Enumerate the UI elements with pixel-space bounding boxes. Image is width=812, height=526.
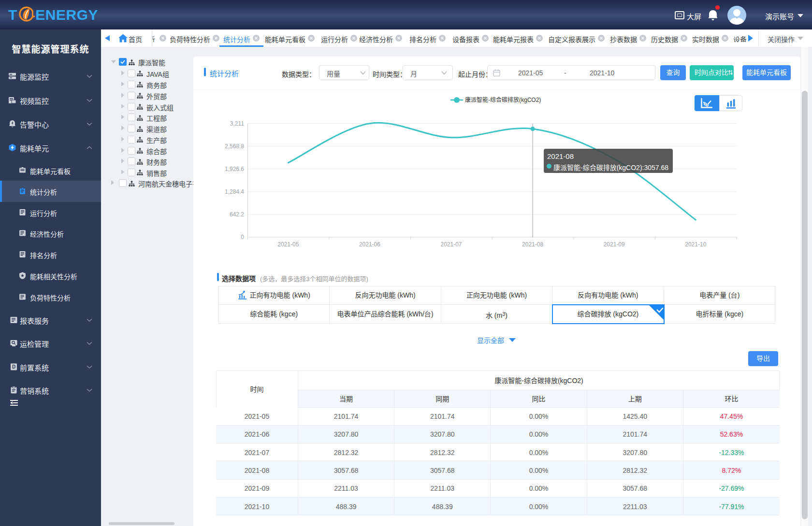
svg-text:2021-06: 2021-06 [359,241,380,248]
svg-text:3,211: 3,211 [230,120,244,127]
svg-text:2021-05: 2021-05 [277,241,299,248]
svg-text:1,926.6: 1,926.6 [225,166,244,172]
svg-text:2,568.8: 2,568.8 [225,143,244,150]
svg-text:2021-08: 2021-08 [522,241,543,248]
svg-text:D: D [12,364,15,370]
svg-text:2021-09: 2021-09 [604,241,625,248]
svg-text:2021-10: 2021-10 [685,241,706,248]
svg-text:2021-07: 2021-07 [440,241,462,248]
svg-text:0: 0 [241,234,244,241]
svg-text:642.2: 642.2 [230,211,244,218]
svg-text:1,284.4: 1,284.4 [225,188,244,195]
